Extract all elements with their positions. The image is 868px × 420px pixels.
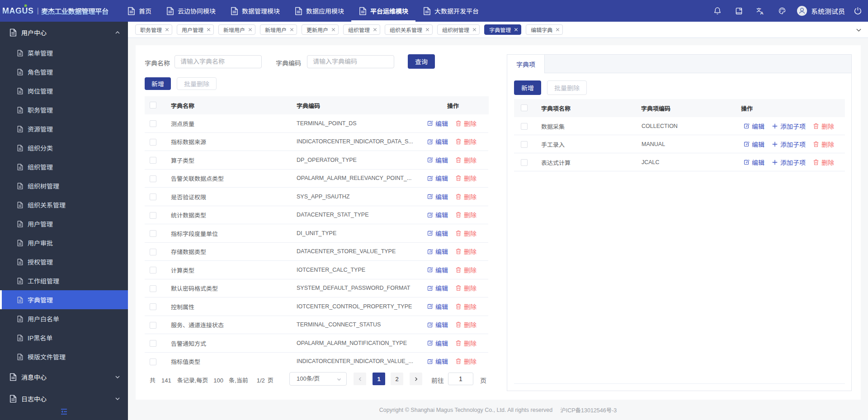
svg-text:A: A [760,10,764,15]
